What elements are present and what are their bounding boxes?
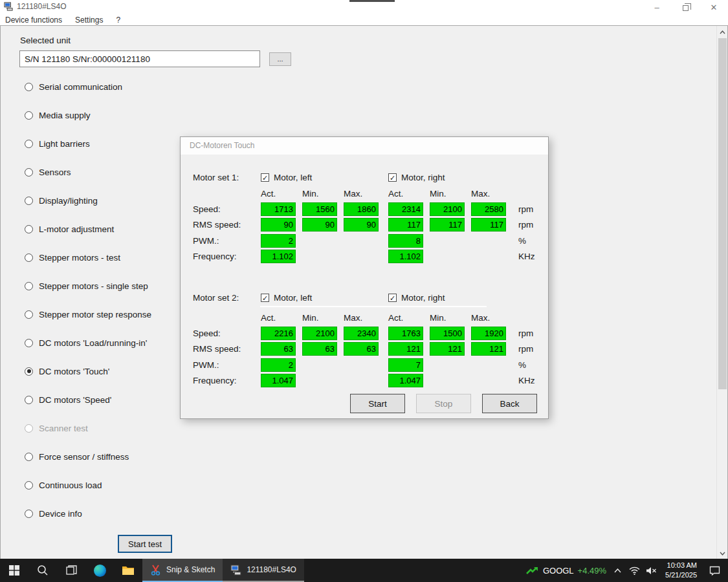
unit-label: KHz bbox=[518, 376, 535, 385]
measure-label: Frequency: bbox=[193, 376, 261, 385]
value-field: 1500 bbox=[430, 327, 465, 340]
motor-set-label: Motor set 1: bbox=[193, 173, 261, 182]
browse-button[interactable]: ... bbox=[269, 52, 291, 66]
value-field: 1920 bbox=[471, 327, 506, 340]
file-explorer-icon[interactable] bbox=[114, 559, 142, 582]
checkbox-label: Motor, left bbox=[274, 173, 312, 182]
radio-icon[interactable] bbox=[25, 168, 33, 177]
radio-icon[interactable] bbox=[25, 140, 33, 148]
value-field: 8 bbox=[388, 234, 423, 248]
checkbox-motor-right-group[interactable]: ✓Motor, right bbox=[388, 173, 516, 182]
checkbox-icon[interactable]: ✓ bbox=[388, 173, 397, 182]
test-option-light-barriers[interactable]: Light barriers bbox=[25, 129, 151, 158]
search-icon[interactable] bbox=[28, 559, 57, 582]
minimize-button[interactable]: – bbox=[643, 0, 671, 14]
value-field: 2100 bbox=[430, 202, 465, 216]
start-test-button[interactable]: Start test bbox=[118, 535, 172, 553]
task-view-icon[interactable] bbox=[57, 559, 85, 582]
radio-icon[interactable] bbox=[25, 339, 33, 347]
start-menu-button[interactable] bbox=[0, 559, 28, 582]
start-button[interactable]: Start bbox=[350, 394, 405, 413]
test-option-sensors[interactable]: Sensors bbox=[25, 158, 151, 186]
tray-chevron-up-icon[interactable] bbox=[612, 568, 623, 573]
taskbar-clock[interactable]: 10:03 AM 5/21/2025 bbox=[663, 561, 700, 580]
value-field: 117 bbox=[471, 218, 506, 232]
test-option-continuous-load[interactable]: Continuous load bbox=[25, 471, 151, 499]
edge-icon[interactable] bbox=[85, 559, 114, 582]
test-option-stepper-motor-step-response[interactable]: Stepper motor step response bbox=[25, 300, 151, 329]
test-option-media-supply[interactable]: Media supply bbox=[25, 101, 151, 129]
value-field: 1.102 bbox=[261, 250, 296, 263]
checkbox-icon[interactable]: ✓ bbox=[261, 294, 269, 302]
volume-muted-icon[interactable] bbox=[646, 566, 657, 575]
radio-icon[interactable] bbox=[25, 510, 33, 518]
test-option-label: DC motors 'Load/running-in' bbox=[39, 338, 147, 348]
radio-icon[interactable] bbox=[25, 367, 33, 376]
test-option-label: Scanner test bbox=[39, 424, 88, 433]
column-header-min-1: Min. bbox=[302, 313, 337, 324]
checkbox-motor-left-group[interactable]: ✓Motor, left bbox=[261, 173, 388, 182]
taskbar-app-label: Snip & Sketch bbox=[166, 565, 215, 574]
motor-set-1: Motor set 1:✓Motor, left✓Motor, rightAct… bbox=[193, 172, 548, 263]
system-tray: GOOGL +4.49% 10:03 AM 5/21/2025 bbox=[526, 559, 728, 582]
test-option-l-motor-adjustment[interactable]: L-motor adjustment bbox=[25, 215, 151, 243]
test-option-stepper-motors-test[interactable]: Stepper motors - test bbox=[25, 243, 151, 272]
scrollbar-thumb[interactable] bbox=[718, 38, 727, 389]
test-option-dc-motors-touch[interactable]: DC motors 'Touch' bbox=[25, 357, 151, 385]
wifi-icon[interactable] bbox=[629, 566, 640, 575]
device-app-icon bbox=[230, 565, 241, 576]
value-field: 2 bbox=[261, 358, 296, 372]
radio-icon[interactable] bbox=[25, 310, 33, 319]
test-option-dc-motors-speed[interactable]: DC motors 'Speed' bbox=[25, 385, 151, 414]
radio-icon bbox=[25, 424, 33, 433]
taskbar-app-device[interactable]: 121180#LS4O bbox=[223, 559, 304, 582]
test-option-display-lighting[interactable]: Display/lighting bbox=[25, 186, 151, 215]
value-field bbox=[302, 374, 337, 387]
test-option-device-info[interactable]: Device info bbox=[25, 499, 151, 528]
unit-label: % bbox=[518, 360, 526, 370]
vertical-scrollbar[interactable] bbox=[716, 26, 727, 559]
scroll-up-icon[interactable] bbox=[717, 27, 728, 38]
stock-widget[interactable]: GOOGL +4.49% bbox=[526, 566, 606, 576]
checkbox-motor-right-group[interactable]: ✓Motor, right bbox=[388, 293, 516, 303]
test-option-dc-motors-load-running-in[interactable]: DC motors 'Load/running-in' bbox=[25, 329, 151, 357]
test-option-serial-communication[interactable]: Serial communication bbox=[25, 72, 151, 101]
taskbar-app-label: 121180#LS4O bbox=[247, 565, 296, 574]
column-headers: Act.Min.Max.Act.Min.Max. bbox=[261, 313, 548, 324]
column-header-max-5: Max. bbox=[471, 189, 506, 200]
value-field: 121 bbox=[388, 342, 423, 356]
notification-center-icon[interactable] bbox=[705, 566, 724, 576]
checkbox-motor-left-group[interactable]: ✓Motor, left bbox=[261, 293, 388, 303]
selected-unit-input[interactable] bbox=[19, 50, 260, 67]
value-field bbox=[344, 358, 379, 372]
radio-icon[interactable] bbox=[25, 225, 33, 233]
test-option-label: Media supply bbox=[39, 111, 91, 120]
menu-help[interactable]: ? bbox=[109, 16, 127, 25]
radio-icon[interactable] bbox=[25, 111, 33, 120]
checkbox-icon[interactable]: ✓ bbox=[388, 294, 397, 302]
checkbox-icon[interactable]: ✓ bbox=[261, 173, 269, 182]
radio-icon[interactable] bbox=[25, 396, 33, 404]
back-button[interactable]: Back bbox=[482, 394, 537, 413]
radio-icon[interactable] bbox=[25, 253, 33, 262]
unit-label: rpm bbox=[518, 220, 533, 230]
radio-icon[interactable] bbox=[25, 197, 33, 205]
menu-device-functions[interactable]: Device functions bbox=[0, 16, 69, 25]
radio-icon[interactable] bbox=[25, 282, 33, 290]
close-button[interactable]: ✕ bbox=[700, 0, 728, 14]
restore-icon bbox=[683, 5, 689, 11]
value-field bbox=[430, 358, 465, 372]
menu-settings[interactable]: Settings bbox=[69, 16, 109, 25]
scroll-down-icon[interactable] bbox=[717, 548, 728, 559]
stock-symbol: GOOGL bbox=[543, 566, 574, 576]
radio-icon[interactable] bbox=[25, 481, 33, 490]
unit-label: rpm bbox=[518, 329, 533, 338]
taskbar-app-snip-sketch[interactable]: Snip & Sketch bbox=[142, 559, 223, 582]
radio-icon[interactable] bbox=[25, 453, 33, 461]
restore-button[interactable] bbox=[671, 0, 700, 14]
measure-row-frequency: Frequency:1.0471.047KHz bbox=[193, 374, 548, 387]
test-option-stepper-motors-single-step[interactable]: Stepper motors - single step bbox=[25, 272, 151, 300]
test-option-label: Stepper motors - single step bbox=[39, 281, 148, 291]
test-option-force-sensor-stiffness[interactable]: Force sensor / stiffness bbox=[25, 442, 151, 471]
radio-icon[interactable] bbox=[25, 83, 33, 91]
